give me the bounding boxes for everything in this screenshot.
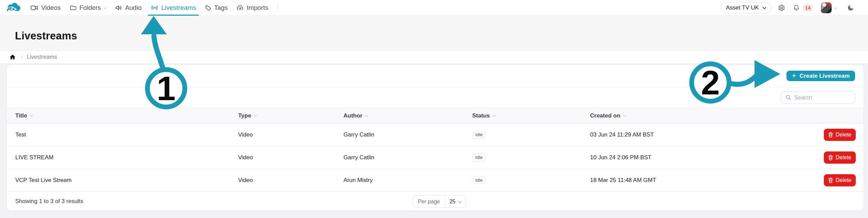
nav-divider bbox=[278, 4, 278, 12]
panel-search-row bbox=[7, 87, 864, 108]
delete-button-label: Delete bbox=[836, 177, 851, 183]
cell-title: VCP Test Live Stream bbox=[15, 177, 238, 184]
delete-button-label: Delete bbox=[836, 155, 851, 161]
per-page-select[interactable]: Per page 25 bbox=[413, 195, 466, 208]
user-menu[interactable] bbox=[821, 2, 837, 13]
per-page-label: Per page bbox=[413, 196, 445, 207]
cell-created-on: 18 Mar 25 11:48 AM GMT bbox=[590, 177, 798, 184]
status-badge: Idle bbox=[472, 176, 486, 184]
topnav-right-cluster: Asset TV UK 14 bbox=[721, 2, 854, 13]
status-badge: Idle bbox=[472, 153, 486, 162]
delete-button[interactable]: Delete bbox=[824, 174, 856, 186]
avatar bbox=[821, 2, 832, 13]
sort-chevron-icon bbox=[30, 113, 33, 117]
chevron-down-icon bbox=[834, 6, 837, 9]
moon-icon bbox=[847, 4, 854, 12]
cell-type: Video bbox=[238, 177, 343, 184]
cell-type: Video bbox=[238, 154, 343, 161]
cell-created-on: 10 Jun 24 2:06 PM BST bbox=[590, 154, 798, 161]
table-footer: Showing 1 to 3 of 3 results Per page 25 bbox=[7, 191, 864, 211]
org-selector[interactable]: Asset TV UK bbox=[721, 2, 771, 13]
search-input[interactable] bbox=[794, 94, 851, 101]
trash-icon bbox=[828, 178, 833, 183]
delete-button[interactable]: Delete bbox=[824, 129, 856, 141]
nav-item-label: Audio bbox=[125, 4, 142, 12]
column-label: Author bbox=[343, 112, 362, 119]
notifications-button[interactable] bbox=[793, 4, 799, 11]
settings-button[interactable] bbox=[778, 4, 785, 12]
breadcrumb: Livestreams bbox=[0, 50, 868, 63]
results-summary: Showing 1 to 3 of 3 results bbox=[15, 198, 83, 205]
breadcrumb-current: Livestreams bbox=[27, 54, 57, 60]
table-row: VCP Test Live Stream Video Arun Mistry I… bbox=[7, 169, 864, 191]
cell-author: Garry Catlin bbox=[343, 154, 472, 161]
page-body: + Create Livestream Title Typ bbox=[0, 63, 868, 218]
cell-status: Idle bbox=[472, 131, 590, 139]
cell-title: LIVE STREAM bbox=[15, 154, 238, 161]
column-header-title[interactable]: Title bbox=[15, 112, 238, 119]
theme-toggle[interactable] bbox=[847, 4, 854, 12]
per-page-value: 25 bbox=[445, 199, 459, 205]
trash-icon bbox=[828, 132, 833, 138]
cell-actions: Delete bbox=[798, 174, 856, 186]
org-selector-label: Asset TV UK bbox=[726, 4, 759, 11]
table-header: Title Type Author Status Created on bbox=[7, 108, 864, 124]
column-label: Created on bbox=[590, 112, 620, 119]
video-camera-icon bbox=[31, 5, 38, 11]
app-logo[interactable] bbox=[6, 2, 22, 14]
sort-chevron-icon bbox=[365, 113, 368, 117]
nav-item-label: Videos bbox=[41, 4, 61, 12]
broadcast-icon bbox=[151, 5, 158, 11]
nav-item-imports[interactable]: Imports bbox=[237, 0, 268, 16]
trash-icon bbox=[828, 155, 833, 160]
nav-item-audio[interactable]: Audio bbox=[116, 0, 142, 16]
chevron-down-icon bbox=[104, 6, 107, 9]
nav-item-folders[interactable]: Folders bbox=[70, 0, 106, 16]
breadcrumb-home[interactable] bbox=[10, 54, 16, 60]
search-box bbox=[781, 91, 855, 104]
top-navigation: Videos Folders bbox=[0, 0, 868, 16]
column-label: Status bbox=[472, 112, 490, 119]
sort-chevron-icon bbox=[623, 113, 626, 117]
nav-item-label: Folders bbox=[79, 4, 101, 12]
delete-button-label: Delete bbox=[836, 132, 851, 138]
cell-type: Video bbox=[238, 131, 343, 138]
chevron-down-icon bbox=[762, 5, 766, 9]
nav-item-label: Livestreams bbox=[161, 4, 196, 12]
sort-chevron-icon bbox=[254, 113, 257, 117]
cell-status: Idle bbox=[472, 176, 590, 184]
sort-chevron-icon bbox=[493, 113, 496, 117]
page-header: Livestreams bbox=[0, 16, 868, 50]
cell-actions: Delete bbox=[798, 151, 856, 164]
tag-icon bbox=[205, 5, 211, 11]
livestreams-panel: + Create Livestream Title Typ bbox=[6, 65, 864, 211]
cell-actions: Delete bbox=[798, 129, 856, 141]
cell-title: Test bbox=[15, 131, 238, 138]
panel-actions-row: + Create Livestream bbox=[7, 65, 864, 87]
nav-item-livestreams[interactable]: Livestreams bbox=[151, 0, 196, 16]
bell-icon bbox=[793, 4, 799, 11]
create-livestream-button[interactable]: + Create Livestream bbox=[786, 71, 855, 81]
delete-button[interactable]: Delete bbox=[824, 151, 856, 164]
column-header-status[interactable]: Status bbox=[472, 112, 590, 119]
chevron-right-icon bbox=[20, 55, 23, 59]
cell-author: Arun Mistry bbox=[343, 177, 472, 184]
create-livestream-label: Create Livestream bbox=[800, 73, 850, 79]
page-title: Livestreams bbox=[15, 30, 77, 42]
column-label: Type bbox=[238, 112, 251, 119]
table-row: LIVE STREAM Video Garry Catlin Idle 10 J… bbox=[7, 146, 864, 169]
plus-icon: + bbox=[792, 72, 796, 79]
cell-author: Garry Catlin bbox=[343, 131, 472, 138]
nav-item-tags[interactable]: Tags bbox=[205, 0, 228, 16]
cell-created-on: 03 Jun 24 11:29 AM BST bbox=[590, 131, 798, 138]
cloud-sync-logo-icon bbox=[6, 2, 22, 14]
column-header-created-on[interactable]: Created on bbox=[590, 112, 798, 119]
column-header-type[interactable]: Type bbox=[238, 112, 343, 119]
speaker-icon bbox=[116, 5, 122, 11]
nav-item-label: Imports bbox=[247, 4, 268, 12]
notification-count-badge: 14 bbox=[803, 4, 813, 12]
folder-icon bbox=[70, 5, 76, 11]
column-header-author[interactable]: Author bbox=[343, 112, 472, 119]
nav-item-videos[interactable]: Videos bbox=[31, 0, 61, 16]
search-icon bbox=[785, 95, 791, 101]
